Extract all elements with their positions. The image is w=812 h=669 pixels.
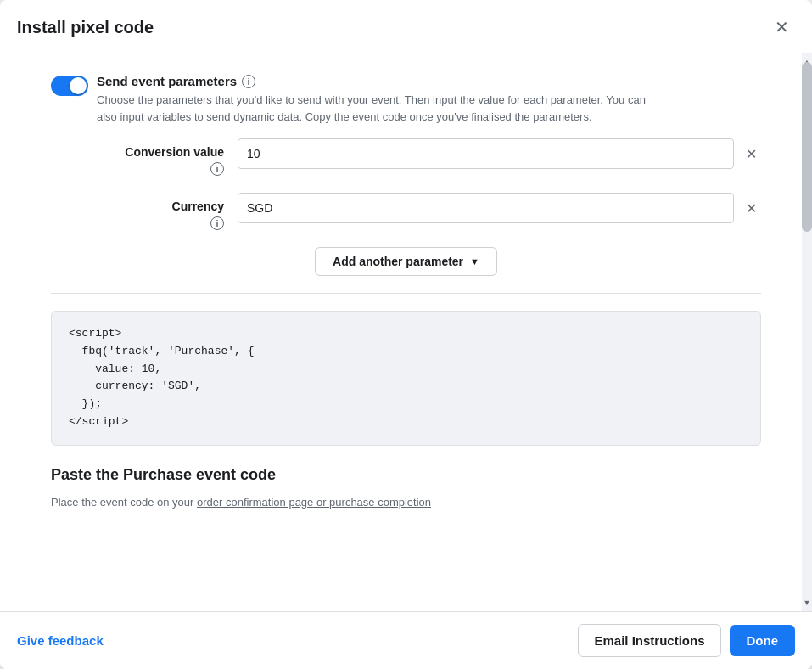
param-row-currency: Currency i ✕ xyxy=(51,193,761,230)
param-label-currency: Currency xyxy=(51,200,224,213)
code-block: <script> fbq('track', 'Purchase', { valu… xyxy=(51,311,761,446)
clear-icon-2: ✕ xyxy=(746,200,757,216)
email-instructions-button[interactable]: Email Instructions xyxy=(578,624,720,657)
currency-clear-button[interactable]: ✕ xyxy=(741,198,761,218)
footer-right: Email Instructions Done xyxy=(578,624,795,657)
add-param-button[interactable]: Add another parameter ▼ xyxy=(315,247,497,276)
modal: Install pixel code ✕ Send event paramete… xyxy=(0,0,812,669)
done-button[interactable]: Done xyxy=(730,625,796,656)
paste-title: Paste the Purchase event code xyxy=(51,466,761,484)
content-area: Send event parameters i Choose the param… xyxy=(0,53,812,561)
param-row-conversion: Conversion value i ✕ xyxy=(51,138,761,176)
close-icon: ✕ xyxy=(775,17,789,37)
param-input-area-currency: ✕ xyxy=(238,193,761,223)
toggle-row: Send event parameters i Choose the param… xyxy=(51,74,761,125)
add-param-row: Add another parameter ▼ xyxy=(51,247,761,276)
clear-icon: ✕ xyxy=(746,146,757,162)
currency-value-input[interactable] xyxy=(238,193,734,223)
currency-info-icon[interactable]: i xyxy=(210,216,224,230)
feedback-button[interactable]: Give feedback xyxy=(17,633,104,648)
toggle-label-area: Send event parameters i Choose the param… xyxy=(97,74,657,125)
scroll-down-arrow[interactable]: ▼ xyxy=(802,594,812,611)
conversion-clear-button[interactable]: ✕ xyxy=(741,143,761,164)
param-label-conversion: Conversion value xyxy=(51,145,224,159)
close-button[interactable]: ✕ xyxy=(768,14,795,41)
modal-footer: Give feedback Email Instructions Done xyxy=(0,611,812,669)
add-param-label: Add another parameter xyxy=(333,255,463,268)
toggle-info-icon[interactable]: i xyxy=(242,75,255,88)
chevron-down-icon: ▼ xyxy=(470,256,479,267)
paste-link[interactable]: order confirmation page or purchase comp… xyxy=(197,496,431,509)
modal-body[interactable]: Send event parameters i Choose the param… xyxy=(0,53,812,611)
toggle-description: Choose the parameters that you'd like to… xyxy=(97,92,657,125)
param-label-area-conversion: Conversion value i xyxy=(51,138,238,176)
conversion-info-icon[interactable]: i xyxy=(210,162,224,176)
conversion-value-input[interactable] xyxy=(238,138,734,169)
modal-header: Install pixel code ✕ xyxy=(0,0,812,53)
paste-description: Place the event code on your order confi… xyxy=(51,494,761,511)
divider-1 xyxy=(51,293,761,294)
modal-title: Install pixel code xyxy=(17,18,154,37)
toggle-title: Send event parameters i xyxy=(97,74,657,88)
bottom-spacer xyxy=(51,510,761,544)
param-label-area-currency: Currency i xyxy=(51,193,238,230)
send-event-toggle[interactable] xyxy=(51,76,88,96)
param-input-area-conversion: ✕ xyxy=(238,138,761,169)
